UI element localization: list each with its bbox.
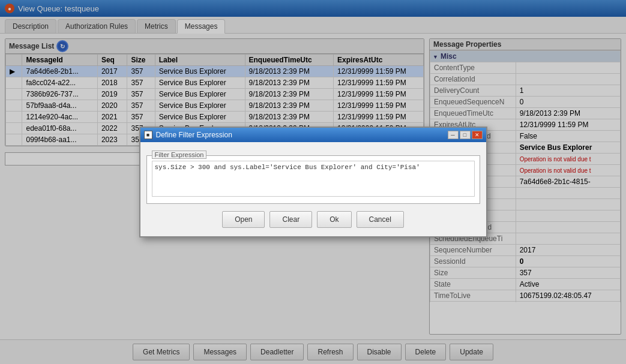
cancel-button[interactable]: Cancel <box>357 211 404 228</box>
minimize-button[interactable]: ─ <box>448 131 459 139</box>
filter-expression-input[interactable] <box>152 161 475 197</box>
modal-titlebar: ■ Define Filter Expression ─ □ ✕ <box>140 128 486 142</box>
open-button[interactable]: Open <box>222 211 265 228</box>
maximize-button[interactable]: □ <box>460 131 471 139</box>
modal-title-buttons: ─ □ ✕ <box>448 131 483 139</box>
modal-overlay: ■ Define Filter Expression ─ □ ✕ Filter … <box>0 0 626 364</box>
modal-icon: ■ <box>144 131 152 139</box>
ok-button[interactable]: Ok <box>317 211 351 228</box>
filter-expression-group: Filter Expression <box>146 155 480 204</box>
close-button[interactable]: ✕ <box>472 131 483 139</box>
modal-body: Filter Expression Open Clear Ok Cancel <box>140 142 486 236</box>
modal-title: Define Filter Expression <box>156 131 232 139</box>
filter-group-label: Filter Expression <box>152 151 207 159</box>
filter-dialog: ■ Define Filter Expression ─ □ ✕ Filter … <box>139 127 487 237</box>
modal-title-left: ■ Define Filter Expression <box>144 131 232 139</box>
clear-button[interactable]: Clear <box>269 211 312 228</box>
modal-buttons: Open Clear Ok Cancel <box>146 209 480 230</box>
